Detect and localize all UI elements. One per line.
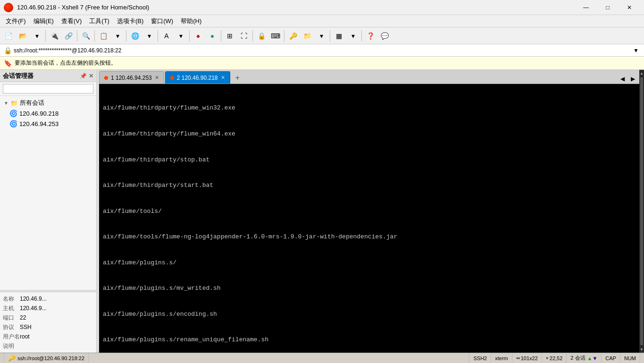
toolbar-keyboard[interactable]: ⌨ [269, 29, 282, 42]
status-dimensions: ⇔ 101x22 [512, 353, 542, 363]
tab-nav-prev[interactable]: ◀ [618, 74, 627, 84]
session-panel-close[interactable]: ✕ [89, 73, 93, 79]
menu-window[interactable]: 窗口(W) [147, 16, 177, 26]
toolbar-paste[interactable]: 📋 [97, 29, 110, 42]
toolbar-help[interactable]: ❓ [364, 29, 377, 42]
session-info: 名称 120.46.9... 主机 120.46.9... 端口 22 协议 S… [0, 292, 96, 353]
tab-2[interactable]: 2 120.46.90.218 ✕ [165, 71, 230, 84]
info-protocol-label: 协议 [3, 323, 20, 331]
info-note-row: 说明 [3, 341, 93, 351]
toolbar-panels[interactable]: ▦ [332, 29, 345, 42]
info-host-value: 120.46.9... [20, 305, 47, 312]
info-username-row: 用户名 root [3, 332, 93, 341]
tab-nav: ◀ ▶ [618, 74, 637, 84]
menu-view[interactable]: 查看(V) [58, 16, 85, 26]
terminal-line-7: aix/flume/plugins.s/mv_writed.sh [103, 284, 636, 293]
menu-file[interactable]: 文件(F) [2, 16, 30, 26]
menu-edit[interactable]: 编辑(E) [30, 16, 58, 26]
maximize-button[interactable]: □ [597, 0, 619, 15]
scroll-up-btn[interactable]: ▲ [639, 70, 644, 76]
toolbar-disconnect[interactable]: 🔌 [48, 29, 61, 42]
toolbar-dropdown5[interactable]: ▾ [315, 29, 328, 42]
lock-icon: 🔒 [4, 47, 12, 54]
session-search-area [0, 82, 96, 96]
add-tab-button[interactable]: + [232, 72, 243, 84]
toolbar-dropdown6[interactable]: ▾ [346, 29, 360, 42]
tab-bar: 1 120.46.94.253 ✕ 2 120.46.90.218 ✕ + ◀ … [99, 70, 639, 84]
close-button[interactable]: ✕ [619, 0, 640, 15]
toolbar-sep10 [330, 30, 330, 42]
scroll-down-btn[interactable]: ▼ [639, 346, 644, 353]
titlebar: 120.46.90.218 - Xshell 7 (Free for Home/… [0, 0, 644, 15]
pin-icon[interactable]: 📌 [80, 73, 87, 79]
window-controls: — □ ✕ [575, 0, 640, 15]
toolbar-lock[interactable]: 🔒 [255, 29, 268, 42]
menu-tabs[interactable]: 选项卡(B) [113, 16, 147, 26]
dimensions-icon: ⇔ [516, 355, 520, 361]
status-ssh-text: ssh://root@120.46.90.218:22 [17, 355, 84, 361]
terminal-line-5: aix/flume/tools/flume-ng-log4jappender-1… [103, 233, 636, 241]
terminal-line-0: aix/flume/thirdparty/flume_win32.exe [103, 104, 636, 112]
toolbar-dropdown1[interactable]: ▾ [30, 29, 43, 42]
tab-1-close[interactable]: ✕ [155, 75, 159, 81]
tab-2-close[interactable]: ✕ [221, 75, 225, 81]
session-panel-header: 会话管理器 📌 ✕ [0, 70, 96, 82]
toolbar-teal[interactable]: ● [206, 29, 219, 42]
info-port-value: 22 [20, 314, 26, 321]
toolbar-fullscreen[interactable]: ⛶ [237, 29, 251, 42]
panels-container: 会话管理器 📌 ✕ ▼ 📁 所有会话 🌀 120.46.90.218 🌀 [0, 70, 644, 353]
app-window: 120.46.90.218 - Xshell 7 (Free for Home/… [0, 0, 644, 363]
tree-all-sessions[interactable]: ▼ 📁 所有会话 [0, 98, 96, 108]
toolbar-sep1 [45, 30, 46, 42]
ssh-arrow-button[interactable]: ▼ [632, 46, 640, 55]
tree-session-1[interactable]: 🌀 120.46.90.218 [0, 108, 96, 118]
tab-1-label: 1 120.46.94.253 [111, 75, 152, 81]
toolbar-search[interactable]: 🔍 [79, 29, 92, 42]
ssh-address: ssh://root:***************@120.46.90.218… [14, 47, 121, 54]
app-logo [4, 3, 13, 12]
toolbar-transfer[interactable]: 📁 [301, 29, 314, 42]
right-scrollbar[interactable]: ▲ ▼ [639, 70, 644, 353]
toolbar-sep6 [189, 30, 190, 42]
toolbar-sep3 [94, 30, 95, 42]
toolbar-open-folder[interactable]: 📂 [16, 29, 29, 42]
tip-icon: 🔖 [4, 59, 12, 67]
status-encoding-text: xterm [495, 355, 508, 361]
info-name-value: 120.46.9... [20, 295, 47, 302]
toolbar-connect[interactable]: 🔗 [62, 29, 75, 42]
status-cap: CAP [602, 353, 620, 363]
tab-1[interactable]: 1 120.46.94.253 ✕ [99, 71, 164, 84]
scroll-thumb[interactable] [640, 77, 643, 345]
toolbar-dropdown3[interactable]: ▾ [142, 29, 156, 42]
terminal[interactable]: aix/flume/thirdparty/flume_win32.exe aix… [99, 84, 639, 353]
toolbar-new[interactable]: 📄 [2, 29, 15, 42]
minimize-button[interactable]: — [575, 0, 597, 15]
terminal-line-8: aix/flume/plugins.s/encoding.sh [103, 310, 636, 319]
info-note-label: 说明 [3, 342, 20, 350]
status-num-text: NUM [624, 355, 636, 361]
toolbar-chat[interactable]: 💬 [378, 29, 391, 42]
terminal-line-2: aix/flume/thirdparty/stop.bat [103, 156, 636, 164]
tree-item-label: 所有会话 [20, 99, 44, 107]
tab-dot-2 [170, 76, 174, 80]
toolbar-globe[interactable]: 🌐 [128, 29, 142, 42]
status-cursor-text: 22,52 [550, 355, 563, 361]
info-name-row: 名称 120.46.9... [3, 294, 93, 304]
session-search-input[interactable] [3, 84, 93, 93]
tab-2-label: 2 120.46.90.218 [177, 75, 218, 81]
toolbar-font[interactable]: A [160, 29, 173, 42]
toolbar-sep9 [284, 30, 284, 42]
menu-tools[interactable]: 工具(T) [85, 16, 113, 26]
tab-nav-next[interactable]: ▶ [628, 74, 637, 84]
toolbar-dropdown4[interactable]: ▾ [174, 29, 187, 42]
toolbar-red-circle[interactable]: ● [192, 29, 205, 42]
info-port-row: 端口 22 [3, 313, 93, 322]
menu-help[interactable]: 帮助(H) [177, 16, 205, 26]
toolbar-dropdown2[interactable]: ▾ [111, 29, 124, 42]
toolbar-layout[interactable]: ⊞ [223, 29, 236, 42]
tree-session-2[interactable]: 🌀 120.46.94.253 [0, 118, 96, 129]
toolbar-key[interactable]: 🔑 [286, 29, 300, 42]
terminal-line-6: aix/flume/plugins.s/ [103, 259, 636, 267]
session-tree: ▼ 📁 所有会话 🌀 120.46.90.218 🌀 120.46.94.253 [0, 96, 96, 290]
terminal-line-4: aix/flume/tools/ [103, 207, 636, 216]
